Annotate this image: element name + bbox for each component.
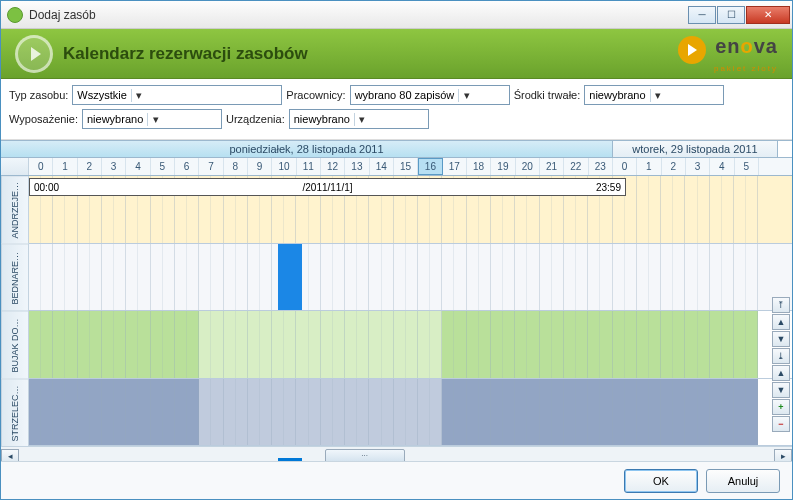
- selection-block[interactable]: [278, 244, 302, 311]
- window-title: Dodaj zasób: [29, 8, 687, 22]
- rows-area: ANDRZEJE… BEDNARE… BUJAK DO… STRZELEC… 0…: [1, 176, 792, 446]
- hour-23[interactable]: 23: [589, 158, 613, 175]
- hour-3[interactable]: 3: [102, 158, 126, 175]
- header-banner: Kalendarz rezerwacji zasobów enova pakie…: [1, 29, 792, 79]
- app-icon: [7, 7, 23, 23]
- maximize-button[interactable]: ☐: [717, 6, 745, 24]
- hour-header: 0123456789101112131415161718192021222301…: [1, 158, 792, 176]
- play-icon: [15, 35, 53, 73]
- page-title: Kalendarz rezerwacji zasobów: [63, 44, 308, 64]
- chevron-down-icon: ▾: [131, 89, 147, 102]
- cancel-button[interactable]: Anuluj: [706, 469, 780, 493]
- hour-9[interactable]: 9: [248, 158, 272, 175]
- dialog-footer: OK Anuluj: [1, 461, 792, 499]
- hour-10[interactable]: 10: [272, 158, 296, 175]
- type-label: Typ zasobu:: [9, 89, 68, 101]
- lane-2[interactable]: [29, 311, 792, 379]
- ok-button[interactable]: OK: [624, 469, 698, 493]
- hour-19[interactable]: 19: [491, 158, 515, 175]
- hour-16[interactable]: 16: [418, 158, 442, 175]
- employees-combo[interactable]: wybrano 80 zapisów ▾: [350, 85, 510, 105]
- hour-28[interactable]: 4: [710, 158, 734, 175]
- hour-14[interactable]: 14: [370, 158, 394, 175]
- titlebar: Dodaj zasób ─ ☐ ✕: [1, 1, 792, 29]
- current-time-marker: [278, 458, 302, 461]
- date-col-2[interactable]: wtorek, 29 listopada 2011: [613, 141, 778, 157]
- window-controls: ─ ☐ ✕: [687, 6, 790, 24]
- equipment-combo[interactable]: niewybrano ▾: [82, 109, 222, 129]
- row-label-1[interactable]: BEDNARE…: [1, 244, 29, 312]
- hour-1[interactable]: 1: [53, 158, 77, 175]
- last-button[interactable]: ⤓: [772, 348, 790, 364]
- filter-bar: Typ zasobu: Wszystkie ▾ Pracownicy: wybr…: [1, 79, 792, 140]
- hour-11[interactable]: 11: [297, 158, 321, 175]
- down-button[interactable]: ▼: [772, 331, 790, 347]
- equipment-value: niewybrano: [87, 113, 143, 125]
- date-col-1[interactable]: poniedziałek, 28 listopada 2011: [1, 141, 613, 157]
- booking-end: 23:59: [596, 182, 621, 193]
- row-labels: ANDRZEJE… BEDNARE… BUJAK DO… STRZELEC…: [1, 176, 29, 446]
- type-combo[interactable]: Wszystkie ▾: [72, 85, 282, 105]
- booking-mid: /2011/11/1]: [302, 182, 352, 193]
- hour-5[interactable]: 5: [151, 158, 175, 175]
- employees-value: wybrano 80 zapisów: [355, 89, 455, 101]
- hour-cells: 0123456789101112131415161718192021222301…: [29, 158, 792, 175]
- assets-value: niewybrano: [589, 89, 645, 101]
- hour-24[interactable]: 0: [613, 158, 637, 175]
- lanes[interactable]: 00:00/2011/11/1]23:59: [29, 176, 792, 446]
- assets-combo[interactable]: niewybrano ▾: [584, 85, 724, 105]
- devices-combo[interactable]: niewybrano ▾: [289, 109, 429, 129]
- add-button[interactable]: +: [772, 399, 790, 415]
- page-down-button[interactable]: ▼: [772, 382, 790, 398]
- devices-label: Urządzenia:: [226, 113, 285, 125]
- row-label-3[interactable]: STRZELEC…: [1, 379, 29, 447]
- hour-18[interactable]: 18: [467, 158, 491, 175]
- hour-13[interactable]: 13: [345, 158, 369, 175]
- side-nav-buttons: ⤒ ▲ ▼ ⤓ ▲ ▼ + −: [772, 297, 790, 432]
- hour-15[interactable]: 15: [394, 158, 418, 175]
- hour-2[interactable]: 2: [78, 158, 102, 175]
- hour-4[interactable]: 4: [126, 158, 150, 175]
- type-value: Wszystkie: [77, 89, 127, 101]
- hour-6[interactable]: 6: [175, 158, 199, 175]
- hour-26[interactable]: 2: [662, 158, 686, 175]
- brand-logo: enova pakiet złoty: [678, 35, 778, 73]
- booking-start: 00:00: [34, 182, 59, 193]
- booking-bar[interactable]: 00:00/2011/11/1]23:59: [29, 178, 626, 196]
- logo-play-icon: [678, 36, 706, 64]
- row-label-0[interactable]: ANDRZEJE…: [1, 176, 29, 244]
- hour-7[interactable]: 7: [199, 158, 223, 175]
- chevron-down-icon: ▾: [147, 113, 163, 126]
- up-button[interactable]: ▲: [772, 314, 790, 330]
- hour-22[interactable]: 22: [564, 158, 588, 175]
- date-header: poniedziałek, 28 listopada 2011 wtorek, …: [1, 140, 792, 158]
- calendar-grid: poniedziałek, 28 listopada 2011 wtorek, …: [1, 140, 792, 460]
- hour-27[interactable]: 3: [686, 158, 710, 175]
- hour-8[interactable]: 8: [224, 158, 248, 175]
- hour-20[interactable]: 20: [516, 158, 540, 175]
- first-button[interactable]: ⤒: [772, 297, 790, 313]
- hour-21[interactable]: 21: [540, 158, 564, 175]
- logo-subtitle: pakiet złoty: [678, 64, 778, 73]
- lane-0[interactable]: 00:00/2011/11/1]23:59: [29, 176, 792, 244]
- lane-3[interactable]: [29, 379, 792, 447]
- row-header-gap: [1, 158, 29, 175]
- chevron-down-icon: ▾: [650, 89, 666, 102]
- chevron-down-icon: ▾: [354, 113, 370, 126]
- minimize-button[interactable]: ─: [688, 6, 716, 24]
- assets-label: Środki trwałe:: [514, 89, 581, 101]
- devices-value: niewybrano: [294, 113, 350, 125]
- equipment-label: Wyposażenie:: [9, 113, 78, 125]
- remove-button[interactable]: −: [772, 416, 790, 432]
- close-button[interactable]: ✕: [746, 6, 790, 24]
- hour-17[interactable]: 17: [443, 158, 467, 175]
- dialog-window: Dodaj zasób ─ ☐ ✕ Kalendarz rezerwacji z…: [0, 0, 793, 500]
- hour-25[interactable]: 1: [637, 158, 661, 175]
- row-label-2[interactable]: BUJAK DO…: [1, 311, 29, 379]
- logo-text: enova: [715, 35, 778, 57]
- lane-1[interactable]: [29, 244, 792, 312]
- hour-29[interactable]: 5: [735, 158, 759, 175]
- hour-0[interactable]: 0: [29, 158, 53, 175]
- page-up-button[interactable]: ▲: [772, 365, 790, 381]
- hour-12[interactable]: 12: [321, 158, 345, 175]
